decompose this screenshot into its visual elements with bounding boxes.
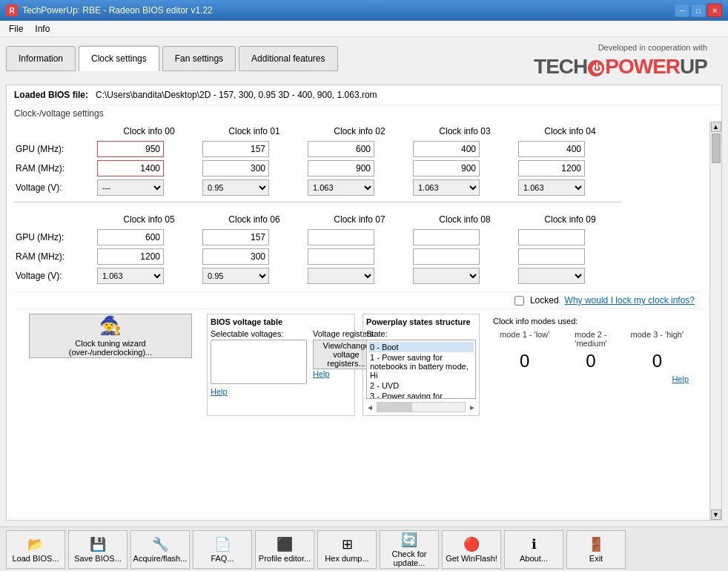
gpu-input-05[interactable] [97,229,164,245]
wizard-button[interactable]: 🧙 Clock tuning wizard (over-/underclocki… [29,314,192,358]
mode2-value: 0 [559,351,622,372]
powerplay-area: Powerplay states structure State: 0 - Bo… [363,314,480,416]
logo-up: UP [680,55,707,78]
voltage-select-03[interactable]: 1.063 [413,179,480,196]
menu-file[interactable]: File [3,22,29,36]
logo-power: POWER [605,55,680,78]
logo-tech: TECH [534,55,587,78]
acquire-flash-button[interactable]: 🔧 Acquire/flash... [130,530,190,569]
tab-clock-settings[interactable]: Clock settings [79,46,159,71]
save-bios-button[interactable]: 💾 Save BIOS... [68,530,128,569]
ram-input-02[interactable] [308,160,374,176]
voltage-table-area: BIOS voltage table Selectable voltages: … [207,314,355,416]
voltage-help-link[interactable]: Help [211,387,228,396]
check-update-button[interactable]: 🔄 Check for update... [380,530,439,569]
gpu-input-00[interactable] [97,141,164,157]
modes-help: Help [493,374,689,383]
powerplay-item-0[interactable]: 0 - Boot [368,342,474,352]
voltage-select-06[interactable]: 0.95 [202,268,269,284]
voltage-wrap-02: 1.063 [308,179,374,196]
profile-editor-button[interactable]: ⬛ Profile editor... [255,530,314,569]
col-header-0 [14,130,96,133]
voltage-select-00[interactable]: --- 0.95 1.063 [97,179,164,196]
ram-input-04[interactable] [518,160,585,176]
clock-area: Clock info 00 Clock info 01 Clock info 0… [7,122,721,520]
scrollbar-thumb[interactable] [712,133,721,163]
menu-info[interactable]: Info [29,22,56,36]
voltage-wrap-00: --- 0.95 1.063 [97,179,164,196]
col-header-b5: Clock info 09 [518,213,622,226]
ram-input-07[interactable] [308,248,374,265]
maximize-button[interactable]: □ [691,4,706,17]
col-header-3: Clock info 02 [308,125,411,138]
wizard-icon: 🧙 [99,315,122,336]
voltage-select-04[interactable]: 1.063 [518,179,585,196]
ram-input-09[interactable] [518,248,585,265]
powerplay-item-2[interactable]: 2 - UVD [368,380,474,391]
scrollbar[interactable]: ▲ ▼ [709,122,721,520]
faq-button[interactable]: 📄 FAQ... [193,530,252,569]
about-button[interactable]: ℹ About... [504,530,563,569]
divider-top [14,202,622,202]
scroll-up-btn[interactable]: ▲ [711,122,721,132]
powerplay-list[interactable]: 0 - Boot 1 - Power saving for notebooks … [367,340,475,398]
get-winflash-label: Get WinFlash! [446,554,497,563]
modes-help-link[interactable]: Help [672,374,689,383]
mode3-value: 0 [626,351,689,372]
mode1-value: 0 [493,351,556,372]
locked-checkbox[interactable] [514,296,524,306]
voltage-select-01[interactable]: 0.95 1.063 [202,179,269,196]
voltage-select-07[interactable] [308,268,374,284]
voltage-select-08[interactable] [413,268,480,284]
powerplay-title: Powerplay states structure [366,317,476,326]
ram-input-05[interactable] [97,248,164,265]
voltage-wrap-01: 0.95 1.063 [202,179,269,196]
gpu-input-07[interactable] [308,229,374,245]
registers-help-link[interactable]: Help [313,369,330,378]
ram-label-b: RAM (MHz): [14,250,96,263]
top-area: Information Clock settings Fan settings … [6,43,722,79]
clock-grid-bottom: Clock info 05 Clock info 06 Clock info 0… [14,213,702,284]
voltage-list[interactable] [211,340,307,384]
gpu-input-01[interactable] [202,141,269,157]
powerplay-item-1[interactable]: 1 - Power saving for notebooks in batter… [368,352,474,380]
col-header-2: Clock info 01 [202,125,306,138]
voltage-select-02[interactable]: 1.063 [308,179,374,196]
profile-editor-icon: ⬛ [277,536,293,552]
load-bios-button[interactable]: 📂 Load BIOS... [6,530,65,569]
ram-input-00[interactable] [97,160,164,176]
tab-information[interactable]: Information [6,46,76,71]
gpu-input-09[interactable] [518,229,585,245]
tab-additional-features[interactable]: Additional features [239,46,337,71]
col-header-1: Clock info 00 [97,125,201,138]
get-winflash-button[interactable]: 🔴 Get WinFlash! [442,530,501,569]
gpu-input-03[interactable] [413,141,480,157]
lock-link[interactable]: Why would I lock my clock infos? [565,295,695,306]
voltage-select-09[interactable] [518,268,585,284]
close-button[interactable]: ✕ [707,4,722,17]
get-winflash-icon: 🔴 [463,536,480,552]
clock-section-label: Clock-/voltage settings [7,105,721,122]
gpu-input-08[interactable] [413,229,480,245]
ram-input-03[interactable] [413,160,480,176]
ram-input-08[interactable] [413,248,480,265]
acquire-flash-label: Acquire/flash... [133,554,188,563]
load-bios-icon: 📂 [27,536,44,552]
gpu-input-04[interactable] [518,141,585,157]
clock-table-container: Clock info 00 Clock info 01 Clock info 0… [7,122,709,520]
save-bios-label: Save BIOS... [74,554,122,563]
gpu-input-02[interactable] [308,141,374,157]
exit-button[interactable]: 🚪 Exit [566,530,626,569]
voltage-select-05[interactable]: 1.063 [97,268,164,284]
ram-label: RAM (MHz): [14,162,96,175]
ram-input-01[interactable] [202,160,269,176]
tab-fan-settings[interactable]: Fan settings [162,46,236,71]
scroll-down-btn[interactable]: ▼ [711,509,721,520]
ram-input-06[interactable] [202,248,269,265]
gpu-input-06[interactable] [202,229,269,245]
minimize-button[interactable]: ─ [675,4,689,17]
faq-label: FAQ... [211,554,234,563]
bios-label: Loaded BIOS file: [14,90,88,100]
powerplay-item-3[interactable]: 3 - Power saving for notebooks in batter… [368,391,474,398]
hex-dump-button[interactable]: ⊞ Hex dump... [317,530,377,569]
